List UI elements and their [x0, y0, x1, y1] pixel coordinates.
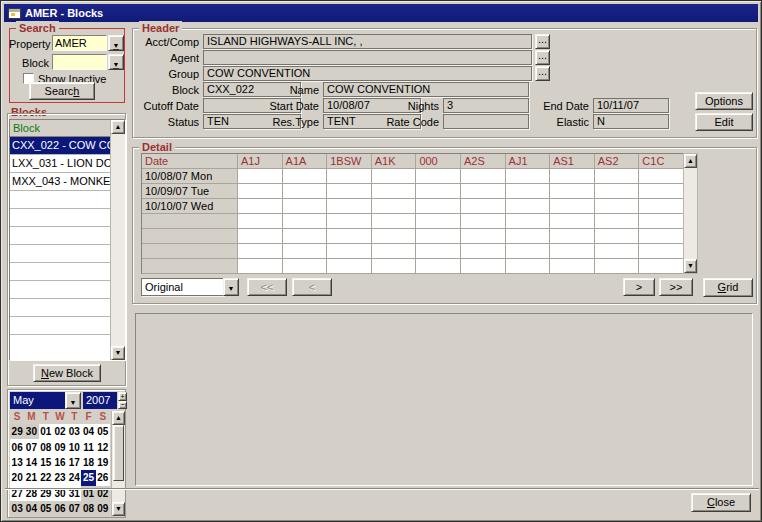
calendar-day[interactable]: 29 — [10, 424, 24, 439]
calendar-day[interactable]: 01 — [39, 424, 53, 439]
calendar-day[interactable]: 03 — [67, 424, 81, 439]
nav-next-button[interactable]: > — [623, 278, 655, 296]
list-item[interactable] — [10, 245, 110, 263]
detail-grid-cell[interactable] — [327, 259, 372, 274]
detail-grid-cell[interactable] — [238, 244, 283, 259]
detail-grid-cell[interactable] — [506, 169, 551, 184]
calendar-day[interactable]: 05 — [39, 501, 53, 516]
detail-grid-cell[interactable] — [416, 244, 461, 259]
detail-grid-cell[interactable] — [550, 244, 595, 259]
detail-grid-cell[interactable] — [283, 259, 328, 274]
calendar-day[interactable]: 04 — [81, 424, 95, 439]
detail-grid-cell[interactable] — [283, 214, 328, 229]
calendar-day[interactable]: 30 — [24, 424, 38, 439]
list-item[interactable]: CXX_022 - COW CONVEN — [10, 137, 110, 155]
detail-grid-cell[interactable] — [461, 184, 506, 199]
detail-grid-cell[interactable] — [461, 199, 506, 214]
name-field[interactable]: COW CONVENTION — [323, 82, 529, 97]
nights-field[interactable]: 3 — [443, 98, 529, 113]
calendar-day[interactable]: 08 — [39, 439, 53, 454]
detail-grid-cell[interactable] — [327, 169, 372, 184]
detail-grid-cell[interactable] — [416, 199, 461, 214]
detail-grid-cell[interactable] — [327, 229, 372, 244]
nav-last-button[interactable]: >> — [659, 278, 693, 296]
detail-grid-cell[interactable] — [372, 229, 417, 244]
rate-code-field[interactable] — [443, 114, 529, 129]
calendar-day[interactable]: 24 — [67, 470, 81, 485]
detail-grid-cell[interactable] — [283, 244, 328, 259]
list-item[interactable]: MXX_043 - MONKEY SEE — [10, 173, 110, 191]
detail-grid-cell[interactable] — [506, 184, 551, 199]
acct-comp-field[interactable]: ISLAND HIGHWAYS-ALL INC, , — [203, 34, 532, 49]
detail-grid-cell[interactable] — [506, 214, 551, 229]
detail-grid-cell[interactable] — [639, 184, 684, 199]
detail-grid-cell[interactable] — [327, 184, 372, 199]
detail-grid-cell[interactable] — [283, 199, 328, 214]
detail-grid-cell[interactable] — [595, 184, 640, 199]
list-item[interactable]: LXX_031 - LION DO — [10, 155, 110, 173]
grid-button[interactable]: Grid — [703, 278, 753, 297]
detail-grid-cell[interactable] — [238, 169, 283, 184]
group-browse-button[interactable]: ... — [535, 66, 550, 81]
detail-grid-cell[interactable] — [283, 169, 328, 184]
calendar-day[interactable]: 11 — [81, 439, 95, 454]
detail-grid-cell[interactable] — [238, 259, 283, 274]
view-select[interactable]: Original — [141, 278, 224, 296]
calendar-day[interactable]: 17 — [67, 455, 81, 470]
detail-grid-cell[interactable] — [595, 229, 640, 244]
calendar-day[interactable]: 16 — [53, 455, 67, 470]
detail-grid-cell[interactable] — [639, 214, 684, 229]
detail-grid-cell[interactable] — [461, 169, 506, 184]
calendar-day[interactable]: 25 — [81, 470, 95, 485]
calendar-day[interactable]: 26 — [96, 470, 110, 485]
calendar-scrollbar[interactable]: ▲ ▼ — [111, 411, 125, 516]
list-item[interactable] — [10, 263, 110, 281]
year-decrement-button[interactable]: − — [118, 401, 127, 409]
list-item[interactable] — [10, 317, 110, 335]
agent-field[interactable] — [203, 50, 532, 65]
nav-prev-button[interactable]: < — [292, 278, 332, 296]
calendar-day[interactable]: 18 — [81, 455, 95, 470]
elastic-field[interactable]: N — [593, 114, 669, 129]
detail-grid-cell[interactable] — [506, 259, 551, 274]
blocks-list-scrollbar[interactable]: ▲ ▼ — [110, 120, 125, 360]
detail-grid-cell[interactable] — [461, 259, 506, 274]
detail-grid-cell[interactable] — [639, 229, 684, 244]
detail-grid-cell[interactable] — [639, 169, 684, 184]
detail-grid-cell[interactable] — [416, 214, 461, 229]
detail-grid-cell[interactable] — [550, 229, 595, 244]
calendar-day[interactable]: 22 — [39, 470, 53, 485]
detail-grid-cell[interactable] — [372, 259, 417, 274]
detail-grid-cell[interactable] — [416, 259, 461, 274]
detail-grid-cell[interactable] — [595, 259, 640, 274]
search-button[interactable]: Search — [29, 82, 95, 100]
list-item[interactable] — [10, 281, 110, 299]
calendar-day[interactable]: 10 — [67, 439, 81, 454]
group-field[interactable]: COW CONVENTION — [203, 66, 532, 81]
detail-grid-cell[interactable] — [506, 244, 551, 259]
detail-grid-cell[interactable] — [506, 229, 551, 244]
scroll-up-icon[interactable]: ▲ — [684, 154, 697, 168]
property-input[interactable] — [52, 35, 107, 51]
calendar-day[interactable]: 23 — [53, 470, 67, 485]
calendar-day[interactable]: 03 — [10, 501, 24, 516]
detail-grid-cell[interactable] — [327, 214, 372, 229]
detail-grid-cell[interactable] — [372, 199, 417, 214]
calendar-month-dropdown-button[interactable]: ▼ — [65, 392, 81, 409]
calendar-day[interactable]: 09 — [96, 501, 110, 516]
calendar-day[interactable]: 21 — [24, 470, 38, 485]
calendar-day[interactable]: 05 — [96, 424, 110, 439]
scroll-down-icon[interactable]: ▼ — [684, 259, 697, 273]
property-lov-button[interactable]: ▼ — [108, 35, 124, 51]
detail-grid-cell[interactable] — [595, 169, 640, 184]
detail-grid-cell[interactable] — [550, 214, 595, 229]
scroll-up-icon[interactable]: ▲ — [111, 120, 125, 134]
detail-grid-cell[interactable] — [283, 184, 328, 199]
nav-first-button[interactable]: << — [247, 278, 287, 296]
detail-grid-cell[interactable] — [550, 199, 595, 214]
calendar-day[interactable]: 07 — [24, 439, 38, 454]
scrollbar-thumb[interactable] — [113, 425, 124, 481]
calendar-day[interactable]: 15 — [39, 455, 53, 470]
edit-button[interactable]: Edit — [695, 113, 753, 131]
detail-grid-cell[interactable] — [372, 244, 417, 259]
